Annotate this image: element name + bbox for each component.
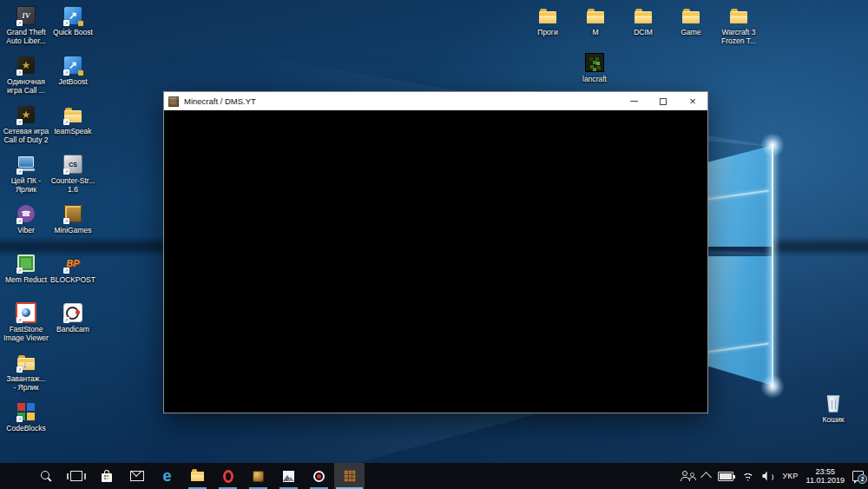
- minimize-button[interactable]: [619, 92, 648, 110]
- window-title: Minecraft / DMS.YT: [184, 96, 619, 106]
- taskbar-button-bandicam[interactable]: [304, 463, 334, 489]
- folder-icon: [714, 5, 763, 26]
- desktop-icon-folder-warcraft3[interactable]: Warcraft 3 Frozen T...: [714, 5, 763, 45]
- desktop-icon-label: Counter-Str... 1.6: [33, 176, 113, 194]
- desktop-icon-label: Warcraft 3 Frozen T...: [699, 28, 779, 45]
- desktop-icon-label: Bandicam: [33, 325, 113, 334]
- taskbar-button-photos[interactable]: [273, 463, 304, 489]
- desktop-icon-faststone[interactable]: FastStone Image Viewer: [2, 302, 50, 342]
- desktop-icon-counter-strike[interactable]: Counter-Str... 1.6: [49, 154, 97, 194]
- shortcut-arrow-overlay: [16, 317, 23, 323]
- desktop-icon-label: Quick Boost: [33, 28, 113, 36]
- shortcut-arrow-overlay: [16, 218, 23, 224]
- bandicam-icon: [313, 471, 325, 482]
- clock[interactable]: 23:55 11.01.2019: [806, 467, 845, 486]
- window-titlebar[interactable]: Minecraft / DMS.YT: [164, 92, 707, 110]
- shortcut-arrow-overlay: [16, 119, 23, 125]
- edge-icon: [162, 468, 171, 484]
- folder-icon: [571, 5, 620, 26]
- mail-icon: [130, 471, 144, 481]
- taskbar-button-search[interactable]: [30, 463, 61, 489]
- taskbar-button-edge[interactable]: [152, 463, 182, 489]
- boost-icon: [49, 5, 97, 26]
- system-tray: УКР 23:55 11.01.2019 2: [681, 463, 868, 489]
- folder-icon: [49, 104, 97, 125]
- blockpost-icon: [49, 253, 97, 274]
- desktop-icon-lancraft[interactable]: lancraft: [570, 52, 619, 83]
- cod-icon: [2, 104, 50, 125]
- desktop-icon-teamspeak[interactable]: teamSpeak: [49, 104, 97, 135]
- shortcut-arrow-overlay: [63, 169, 69, 175]
- shortcut-arrow-overlay: [63, 218, 69, 224]
- recycle-icon: [809, 393, 858, 413]
- taskbar-button-mail[interactable]: [122, 463, 152, 489]
- desktop-icon-blockpost[interactable]: BLOCKPOST: [49, 253, 97, 284]
- desktop-icon-recycle-bin[interactable]: Кошик: [809, 393, 858, 424]
- desktop-icon-cod-single[interactable]: Одиночная игра Call ...: [2, 55, 50, 95]
- minecraft-window-content[interactable]: [164, 110, 707, 413]
- shortcut-arrow-overlay: [63, 20, 69, 26]
- store-icon: [102, 473, 112, 482]
- cs-icon: [49, 154, 97, 175]
- show-hidden-icons-chevron-icon[interactable]: [701, 472, 713, 483]
- notification-badge: 2: [858, 474, 867, 484]
- language-indicator[interactable]: УКР: [782, 472, 798, 480]
- folder-icon: [619, 5, 667, 26]
- close-button[interactable]: [678, 92, 707, 110]
- taskbar-button-opera[interactable]: [213, 463, 243, 489]
- people-icon[interactable]: [681, 471, 694, 481]
- desktop-icon-gta[interactable]: Grand Theft Auto Liber...: [2, 5, 50, 45]
- desktop-icon-label: BLOCKPOST: [33, 275, 113, 284]
- desktop-icon-bandicam[interactable]: Bandicam: [49, 302, 97, 334]
- desktop-screen: Grand Theft Auto Liber...Quick BoostОдин…: [0, 0, 868, 489]
- photos-icon: [283, 471, 294, 482]
- shortcut-arrow-overlay: [63, 268, 69, 274]
- gta-icon: [2, 5, 50, 26]
- battery-icon[interactable]: [718, 472, 733, 481]
- taskbar-button-minecraft[interactable]: [334, 463, 365, 489]
- taskbar-button-store[interactable]: [91, 463, 122, 489]
- bandicam-icon: [49, 302, 97, 323]
- folder-icon: [667, 5, 715, 26]
- game-gold-icon: [253, 471, 264, 482]
- desktop-icon-label: JetBoost: [33, 77, 113, 86]
- codeblocks-icon: [2, 401, 50, 422]
- start-icon: [10, 471, 21, 482]
- taskbar-app-buttons: [0, 463, 365, 489]
- faststone-icon: [2, 302, 50, 323]
- shortcut-arrow-overlay: [16, 416, 23, 422]
- search-icon: [40, 470, 52, 482]
- desktop-icon-downloads[interactable]: ↓Завантаж... - Ярлик: [2, 352, 50, 392]
- shortcut-arrow-overlay: [16, 367, 23, 373]
- shortcut-arrow-overlay: [63, 69, 69, 76]
- shortcut-arrow-overlay: [63, 317, 69, 323]
- desktop-icon-label: lancraft: [555, 75, 635, 83]
- minecraft-window[interactable]: Minecraft / DMS.YT: [163, 91, 708, 413]
- shortcut-arrow-overlay: [16, 268, 23, 274]
- taskbar-button-game-gold[interactable]: [243, 463, 273, 489]
- taskbar-button-task-view[interactable]: [61, 463, 91, 489]
- tray-date: 11.01.2019: [806, 476, 845, 485]
- explorer-icon: [191, 472, 204, 481]
- action-center-icon[interactable]: 2: [852, 471, 864, 481]
- volume-icon[interactable]: [762, 472, 774, 481]
- tray-time: 23:55: [816, 467, 836, 476]
- memreduct-icon: [2, 253, 50, 274]
- desktop-icon-minigames[interactable]: MiniGames: [49, 203, 97, 235]
- desktop-icon-jetboost[interactable]: JetBoost: [49, 55, 97, 86]
- task-view-icon: [70, 471, 82, 481]
- desktop-icon-quick-boost[interactable]: Quick Boost: [49, 5, 97, 36]
- desktop-icon-label: CodeBlocks: [0, 424, 66, 433]
- cod-icon: [2, 55, 50, 76]
- folder-icon: [523, 5, 572, 26]
- viber-icon: [2, 203, 50, 224]
- maximize-button[interactable]: [648, 92, 678, 110]
- taskbar-button-explorer[interactable]: [182, 463, 213, 489]
- desktop-icon-cod2-network[interactable]: Сетевая игра Call of Duty 2: [2, 104, 50, 144]
- desktop-icon-label: teamSpeak: [33, 127, 113, 135]
- taskbar-button-start[interactable]: [0, 463, 30, 489]
- desktop-icon-codeblocks[interactable]: CodeBlocks: [2, 401, 50, 433]
- shortcut-arrow-overlay: [16, 20, 23, 26]
- shortcut-arrow-overlay: [63, 119, 69, 125]
- wifi-icon[interactable]: [741, 471, 754, 481]
